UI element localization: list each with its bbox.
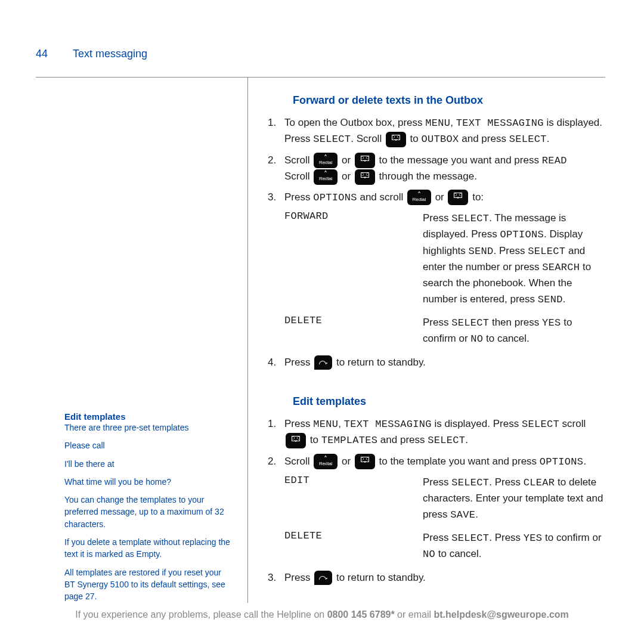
option-edit: EDIT Press SELECT. Press CLEAR to delete… [284, 475, 605, 523]
text: Press [423, 317, 451, 328]
step-3: 3. Press to return to standby. [268, 570, 605, 586]
text: to the message you want and press [376, 154, 542, 166]
sidebar: Edit templates There are three pre-set t… [36, 78, 247, 603]
text: . Press [489, 532, 524, 543]
text: through the message. [376, 171, 477, 182]
text: and press [459, 133, 509, 144]
step-4: 4. Press to return to standby. [268, 355, 605, 370]
text: to return to standby. [333, 357, 426, 368]
section-heading-templates: Edit templates [293, 395, 605, 408]
lcd-text: TEXT MESSAGING [456, 117, 544, 129]
lcd-text: TEXT MESSAGING [344, 419, 432, 430]
lcd-text: NO [470, 333, 483, 345]
option-label: FORWARD [284, 210, 423, 308]
content-area: Edit templates There are three pre-set t… [36, 78, 605, 603]
text: to cancel. [435, 548, 482, 559]
text: Press [284, 572, 313, 583]
text: Press [423, 476, 451, 488]
step-number: 3. [268, 190, 284, 206]
text: . Scroll [351, 133, 385, 144]
step-number: 4. [268, 355, 284, 370]
text: and press [377, 434, 428, 445]
redial-up-key-icon: ˄Redial [314, 169, 338, 185]
option-label: EDIT [284, 475, 423, 523]
step-2: 2. Scroll ˄Redial or ˅ to the template y… [268, 454, 605, 470]
redial-up-key-icon: ˄Redial [314, 153, 338, 168]
text: or [432, 191, 447, 203]
lcd-text: SAVE [450, 509, 475, 521]
text: or [339, 154, 354, 166]
sidebar-intro: There are three pre-set templates [64, 422, 233, 434]
options-table: EDIT Press SELECT. Press CLEAR to delete… [284, 475, 605, 563]
footer-email: bt.helpdesk@sgweurope.com [434, 609, 568, 620]
option-delete: DELETE Press SELECT. Press YES to confir… [284, 530, 605, 563]
text: . [465, 434, 468, 445]
lcd-text: NO [423, 549, 435, 560]
redial-up-key-icon: ˄Redial [314, 454, 338, 469]
text: Scroll [284, 456, 312, 467]
text: to [307, 434, 321, 445]
sidebar-template-3: What time will you be home? [64, 476, 233, 488]
page-number: 44 [36, 48, 48, 60]
lcd-text: READ [542, 155, 567, 166]
footer-phone: 0800 145 6789* [327, 609, 395, 620]
text: to: [469, 191, 484, 203]
text: Scroll [284, 154, 312, 166]
sms-down-key-icon: ˅ [448, 190, 468, 205]
sidebar-note-2: If you delete a template without replaci… [64, 536, 233, 561]
sidebar-note-3: All templates are restored if you reset … [64, 566, 233, 603]
lcd-text: SELECT [428, 435, 465, 446]
sms-down-key-icon: ˅ [286, 433, 306, 448]
lcd-text: SELECT [528, 246, 565, 257]
lcd-text: CLEAR [524, 477, 555, 488]
text: Press [284, 191, 313, 203]
lcd-text: MENU [313, 419, 338, 430]
lcd-text: SELECT [451, 532, 489, 544]
lcd-text: OUTBOX [422, 134, 459, 145]
text: or [339, 171, 354, 182]
text: to return to standby. [333, 572, 426, 583]
step-1: 1. Press MENU, TEXT MESSAGING is display… [268, 416, 605, 449]
lcd-text: SELECT [509, 134, 547, 145]
redial-up-key-icon: ˄Redial [407, 190, 431, 205]
text: Scroll [284, 171, 312, 182]
text: Press [284, 357, 313, 368]
lcd-text: OPTIONS [500, 229, 544, 240]
text: . [563, 293, 566, 305]
step-2: 2. Scroll ˄Redial or ˅ to the message yo… [268, 153, 605, 185]
text: . Press [489, 476, 524, 488]
lcd-text: SELECT [451, 213, 489, 224]
text: . [547, 133, 550, 144]
page-title: Text messaging [73, 48, 147, 60]
vertical-divider [247, 78, 248, 603]
text: to confirm or [542, 532, 601, 543]
text: Press [423, 212, 451, 224]
lcd-text: SELECT [313, 134, 351, 145]
text: to cancel. [483, 333, 530, 344]
main-content: Forward or delete texts in the Outbox 1.… [247, 78, 605, 603]
step-number: 2. [268, 454, 284, 470]
sidebar-template-1: Please call [64, 439, 233, 451]
sms-down-key-icon: ˅ [355, 153, 375, 168]
step-number: 3. [268, 570, 284, 586]
footer-text: or email [395, 609, 434, 620]
text: to the template you want and press [376, 456, 540, 467]
lcd-text: OPTIONS [540, 456, 584, 467]
lcd-text: YES [524, 532, 543, 544]
lcd-text: TEMPLATES [321, 435, 378, 446]
sms-down-key-icon: ˅ [355, 454, 375, 469]
step-number: 1. [268, 416, 284, 449]
text: , [338, 418, 343, 429]
lcd-text: OPTIONS [313, 192, 357, 203]
footer: If you experience any problems, please c… [0, 609, 644, 620]
text: To open the Outbox box, press [284, 117, 425, 128]
lcd-text: SEND [469, 246, 494, 257]
lcd-text: SELECT [522, 419, 559, 430]
option-forward: FORWARD Press SELECT. The message is dis… [284, 210, 605, 308]
step-1: 1. To open the Outbox box, press MENU, T… [268, 115, 605, 148]
sms-down-key-icon: ˅ [386, 132, 406, 147]
sms-down-key-icon: ˅ [355, 169, 375, 185]
end-call-key-icon [314, 571, 332, 585]
lcd-text: YES [542, 317, 561, 329]
options-table: FORWARD Press SELECT. The message is dis… [284, 210, 605, 348]
